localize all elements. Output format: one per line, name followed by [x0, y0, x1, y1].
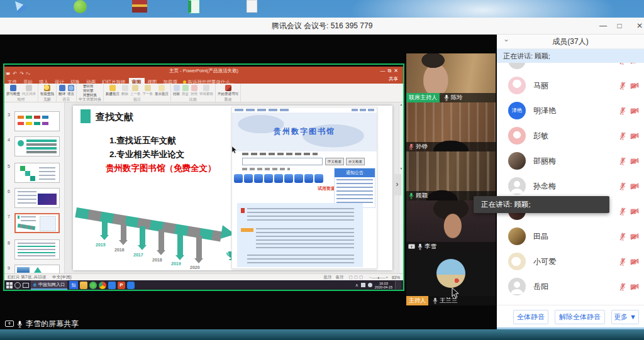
start-inking-button[interactable]: 开始墨迹书写 [218, 84, 238, 96]
show-comments-button[interactable]: 显示批注 [155, 84, 169, 96]
comments-toggle[interactable]: 批注 [324, 275, 332, 280]
member-row[interactable]: 小可爱 [497, 249, 644, 274]
slide-thumb-5[interactable] [14, 163, 60, 183]
more-button[interactable]: 更多 ▼ [611, 310, 639, 324]
video-tile-chenling[interactable]: 联席主持人 陈玲 [406, 53, 496, 102]
desktop-icon-smiley[interactable] [74, 0, 87, 13]
ppt-share-button[interactable]: 共享 [389, 75, 398, 84]
system-tray[interactable]: ∧ 16:03 2020-04-15 [355, 281, 401, 289]
delete-comment-button[interactable]: 删除 [121, 84, 128, 96]
green-app-icon[interactable] [89, 282, 97, 289]
desktop-icon-sheet[interactable] [188, 0, 199, 13]
minimize-button[interactable]: — [595, 18, 611, 34]
powerpoint-task-icon[interactable]: P [118, 282, 125, 289]
review-pane-button[interactable]: 审阅窗格 [199, 84, 213, 96]
resource-icon[interactable] [274, 174, 283, 183]
slide-thumb-9[interactable] [14, 265, 60, 273]
desktop-icon-media[interactable] [15, 1, 29, 14]
mic-muted-icon[interactable] [619, 207, 626, 216]
mic-muted-icon[interactable] [619, 107, 626, 115]
mic-muted-icon[interactable] [619, 182, 626, 190]
resource-icon[interactable] [294, 174, 303, 183]
unmute-all-button[interactable]: 解除全体静音 [555, 310, 605, 324]
translate-button[interactable]: 翻译 [58, 84, 65, 96]
camera-muted-icon[interactable] [630, 158, 639, 165]
slide-thumb-4[interactable] [14, 136, 60, 156]
smart-lookup-button[interactable]: 智能查找 [40, 84, 54, 96]
slide-thumb-3[interactable] [14, 111, 60, 131]
resource-icon[interactable] [314, 174, 323, 183]
chevron-down-icon[interactable]: ⌄ [503, 35, 509, 43]
start-button-icon[interactable] [6, 282, 13, 288]
trial-resources-link[interactable]: 试用资源 [318, 185, 335, 192]
chrome-icon[interactable] [99, 282, 106, 289]
slide-thumb-6[interactable] [14, 188, 60, 208]
new-comment-button[interactable]: 新建批注 [106, 84, 119, 96]
webpage-search-input[interactable] [242, 158, 323, 165]
file-explorer-icon[interactable] [80, 282, 87, 289]
camera-muted-icon[interactable] [630, 82, 639, 89]
close-button[interactable]: ✕ [631, 18, 644, 34]
spellcheck-button[interactable]: 拼写检查 [6, 84, 20, 96]
simp-to-trad-button[interactable]: 简转繁 [83, 89, 97, 92]
tray-chevron-icon[interactable]: ∧ [355, 283, 358, 288]
reject-button[interactable]: 拒绝 [191, 84, 197, 96]
compare-button[interactable]: 比较 [173, 84, 180, 96]
camera-muted-icon[interactable] [630, 283, 639, 290]
trad-to-simp-button[interactable]: 繁转简 [83, 84, 97, 88]
language-button[interactable]: 语言 [67, 84, 74, 96]
edge-task-button[interactable]: e 中国知网入口 [31, 280, 67, 290]
resource-icon[interactable] [304, 174, 313, 183]
member-row[interactable]: 泽艳 明泽艳 [497, 98, 644, 123]
slide-thumb-8[interactable] [14, 239, 60, 260]
resource-icon[interactable] [244, 174, 253, 183]
mic-muted-icon[interactable] [619, 63, 626, 65]
camera-muted-icon[interactable] [630, 63, 639, 64]
mic-muted-icon[interactable] [619, 283, 626, 291]
camera-muted-icon[interactable] [630, 133, 639, 140]
mic-muted-icon[interactable] [619, 82, 626, 90]
camera-muted-icon[interactable] [630, 258, 639, 265]
notes-toggle[interactable]: 备注 [336, 275, 344, 280]
resource-icon[interactable] [264, 174, 273, 183]
video-tile-guying[interactable]: 顾颖 [406, 151, 496, 200]
resource-icon[interactable] [234, 174, 243, 183]
task-view-icon[interactable] [23, 283, 29, 288]
next-comment-button[interactable]: 下一条 [143, 84, 153, 96]
meeting-app-icon[interactable] [127, 282, 135, 289]
cortana-search-icon[interactable] [14, 282, 21, 288]
notification-center-icon[interactable] [395, 281, 401, 289]
member-row[interactable]: 岳阳 [497, 274, 644, 299]
camera-muted-icon[interactable] [630, 233, 639, 240]
video-tile-host[interactable]: 主持人 王兰兰 [406, 251, 496, 305]
desktop-icon-winrar[interactable] [132, 0, 147, 13]
resource-icon[interactable] [284, 174, 293, 183]
mic-muted-icon[interactable] [619, 132, 626, 140]
camera-muted-icon[interactable] [630, 208, 639, 215]
mic-muted-icon[interactable] [619, 258, 626, 266]
video-strip-collapse-button[interactable]: › [393, 174, 401, 195]
maximize-button[interactable]: □ [611, 18, 628, 34]
mic-muted-icon[interactable] [619, 233, 626, 241]
zoom-slider[interactable]: −──●──+ [369, 275, 388, 280]
slide-thumb-7-current[interactable] [14, 213, 60, 233]
member-row[interactable]: 邵丽梅 [497, 148, 644, 173]
cnki-task-badge[interactable]: 知 [69, 281, 78, 289]
blue-app-icon[interactable] [108, 282, 116, 289]
view-buttons[interactable]: ▢▢▢ [349, 275, 364, 280]
previous-comment-button[interactable]: 上一条 [130, 84, 141, 96]
accept-button[interactable]: 接受 [182, 84, 189, 96]
mute-all-button[interactable]: 全体静音 [513, 310, 548, 324]
member-row-partial[interactable] [497, 63, 644, 73]
member-row[interactable]: 马丽 [497, 73, 644, 98]
desktop-icon-doc[interactable] [247, 0, 257, 13]
camera-muted-icon[interactable] [630, 107, 639, 114]
member-row[interactable]: 孙念梅 [497, 173, 644, 199]
member-row[interactable]: 彭敏 [497, 123, 644, 148]
cn-search-button[interactable]: 中文检索 [325, 158, 344, 165]
video-tile-sunzheng[interactable]: 孙铮 [406, 102, 496, 151]
en-search-button[interactable]: 外文检索 [346, 158, 365, 165]
thesaurus-button[interactable]: 同义词库 [22, 84, 36, 96]
member-row[interactable]: 田晶 [497, 224, 644, 249]
camera-muted-icon[interactable] [630, 183, 639, 190]
